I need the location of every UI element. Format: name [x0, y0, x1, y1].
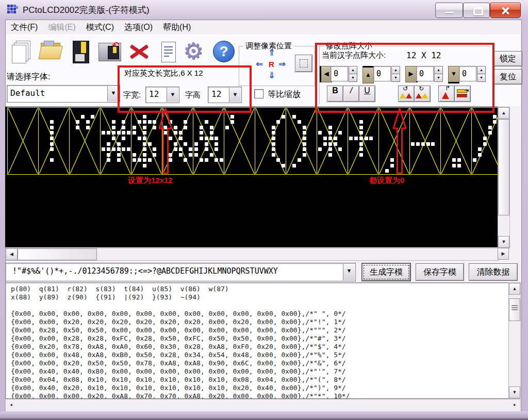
- pixel-dot: [483, 142, 487, 146]
- pixel-dot: [112, 137, 116, 140]
- char-cell-0[interactable]: [7, 107, 39, 175]
- char-cell-2[interactable]: [69, 107, 101, 175]
- flip-vertical-button[interactable]: ↱: [438, 86, 455, 102]
- output-horizontal-scrollbar[interactable]: ◂ ▸: [5, 399, 521, 412]
- minimize-button[interactable]: [435, 3, 463, 18]
- char-height-combobox[interactable]: 12 ▼: [208, 87, 242, 103]
- spinner-top-value[interactable]: 0: [373, 66, 391, 81]
- spin-down-icon[interactable]: ▼: [477, 74, 486, 82]
- output-scroll-right-icon[interactable]: ▸: [509, 399, 520, 410]
- menu-item-4[interactable]: 帮助(H): [158, 20, 196, 35]
- font-select-combobox[interactable]: Default ▼: [7, 85, 120, 103]
- pixel-dot: [122, 137, 125, 140]
- pixel-dot: [153, 153, 156, 157]
- scroll-up-icon[interactable]: ▲: [498, 107, 509, 119]
- char-cell-4[interactable]: [131, 107, 162, 175]
- char-cell-1[interactable]: [38, 107, 70, 175]
- maximize-button[interactable]: [463, 3, 490, 18]
- spinner-left-value[interactable]: 0: [331, 66, 348, 81]
- char-width-combobox[interactable]: 12 ▼: [145, 87, 179, 103]
- shrink-top-icon[interactable]: ▲: [362, 66, 374, 83]
- spinner-right-value[interactable]: 0: [416, 66, 434, 81]
- delete-button[interactable]: [127, 39, 152, 65]
- underline-button[interactable]: U: [359, 86, 375, 102]
- save-as-button[interactable]: ↶: [97, 39, 122, 65]
- spin-up-icon[interactable]: ▲: [477, 66, 486, 74]
- scroll-down-icon[interactable]: ▼: [498, 236, 509, 248]
- char-cell-6[interactable]: [193, 107, 224, 175]
- spinner-bottom-value[interactable]: 0: [459, 66, 476, 81]
- canvas-hscroll-thumb[interactable]: [18, 248, 97, 260]
- move-right-icon[interactable]: ⇒: [278, 59, 286, 70]
- char-cell-14[interactable]: [440, 107, 472, 175]
- reset-button[interactable]: 复位: [493, 69, 522, 85]
- spin-down-icon[interactable]: ▼: [434, 74, 443, 82]
- spinner-bottom-buttons[interactable]: ▲▼: [477, 66, 485, 81]
- close-button[interactable]: [490, 3, 521, 18]
- pixel-dot: [457, 158, 461, 162]
- char-string-combobox[interactable]: !"#$%&'()*+,-./0123456789:;<=>?@ABCDEFGH…: [5, 263, 356, 281]
- output-textarea[interactable]: p(80) q(81) r(82) s(83) t(84) u(85) v(86…: [5, 282, 509, 399]
- flip-horizontal-button[interactable]: ⇥: [454, 86, 471, 102]
- output-vscroll-thumb[interactable]: [509, 298, 520, 321]
- rotate-left-button[interactable]: ↺: [398, 86, 415, 102]
- spinner-left-buttons[interactable]: ▲▼: [349, 66, 357, 81]
- save-font-button[interactable]: 保存字模: [416, 263, 464, 281]
- pixel-dot: [230, 115, 234, 119]
- bold-button[interactable]: B: [327, 86, 343, 102]
- char-cell-10[interactable]: [317, 107, 348, 175]
- generate-font-button[interactable]: 生成字模: [362, 263, 410, 281]
- scroll-left-icon[interactable]: ◀: [6, 248, 18, 260]
- reset-position-button[interactable]: R: [269, 60, 274, 69]
- output-scroll-left-icon[interactable]: ◂: [6, 399, 16, 410]
- char-cell-13[interactable]: [409, 107, 441, 175]
- menu-item-3[interactable]: 选项(O): [119, 20, 158, 35]
- lock-button[interactable]: 锁定: [493, 51, 522, 66]
- output-vertical-scrollbar[interactable]: ▲ ▼: [508, 282, 521, 399]
- title-bar[interactable]: PCtoLCD2002完美版-(字符模式): [0, 0, 528, 20]
- char-cell-8[interactable]: [255, 107, 286, 175]
- spin-up-icon[interactable]: ▲: [349, 66, 357, 74]
- font-combo-arrow-icon[interactable]: ▼: [107, 86, 119, 102]
- menu-item-0[interactable]: 文件(F): [6, 20, 43, 35]
- help-button[interactable]: ?: [212, 39, 237, 65]
- move-up-icon[interactable]: ⇑: [268, 47, 275, 58]
- char-cell-11[interactable]: [348, 107, 379, 175]
- spin-down-icon[interactable]: ▼: [349, 74, 357, 82]
- move-left-icon[interactable]: ⇐: [256, 59, 263, 70]
- shrink-bottom-icon[interactable]: ▼: [448, 66, 459, 83]
- char-width-combo-arrow-icon[interactable]: ▼: [167, 88, 178, 102]
- italic-button[interactable]: /: [343, 86, 359, 102]
- char-height-combo-arrow-icon[interactable]: ▼: [229, 88, 241, 102]
- spin-down-icon[interactable]: ▼: [391, 74, 400, 82]
- char-cell-15[interactable]: [471, 107, 498, 175]
- canvas-vscroll-thumb[interactable]: [498, 119, 509, 215]
- rotate-right-button[interactable]: ↻: [414, 86, 431, 102]
- char-string-combo-arrow-icon[interactable]: ▼: [343, 264, 355, 280]
- canvas-horizontal-scrollbar[interactable]: ◀: [5, 248, 499, 261]
- char-cell-3[interactable]: [100, 107, 131, 175]
- scale-checkbox[interactable]: [254, 89, 263, 98]
- spinner-top-buttons[interactable]: ▲▼: [391, 66, 400, 81]
- menu-item-2[interactable]: 模式(C): [81, 20, 119, 35]
- output-scroll-down-icon[interactable]: ▼: [509, 387, 520, 398]
- report-button[interactable]: [156, 39, 181, 65]
- spin-up-icon[interactable]: ▲: [434, 66, 443, 74]
- spinner-right-buttons[interactable]: ▲▼: [434, 66, 442, 81]
- pixel-dot: [292, 115, 296, 119]
- scroll-right-icon[interactable]: ▶: [498, 248, 509, 260]
- spin-up-icon[interactable]: ▲: [391, 66, 400, 74]
- char-cell-7[interactable]: [224, 107, 255, 175]
- output-scroll-up-icon[interactable]: ▲: [509, 283, 520, 295]
- char-cell-9[interactable]: [286, 107, 317, 175]
- center-preview-button[interactable]: [295, 55, 312, 72]
- save-button[interactable]: [69, 39, 93, 65]
- move-down-icon[interactable]: ⇓: [268, 70, 275, 81]
- pixel-dot: [189, 147, 192, 151]
- canvas-vertical-scrollbar[interactable]: ▲ ▼: [498, 107, 510, 248]
- new-file-button[interactable]: [11, 39, 36, 65]
- lcd-preview-canvas[interactable]: 设置为12x12 都设置为0: [5, 107, 498, 247]
- open-file-button[interactable]: [39, 39, 63, 65]
- clear-data-button[interactable]: 清除数据: [469, 263, 518, 281]
- settings-button[interactable]: ⚙: [183, 39, 208, 65]
